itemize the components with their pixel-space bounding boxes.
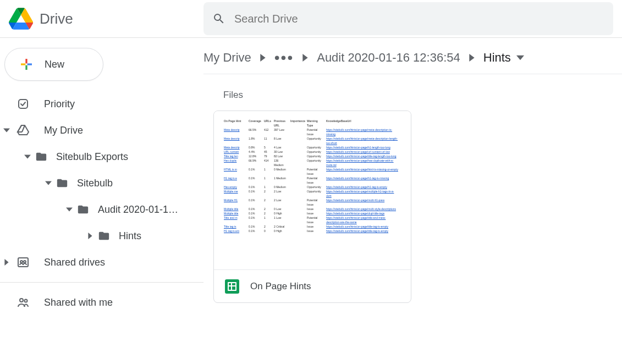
search-icon	[212, 12, 225, 25]
drive-logo-icon	[9, 7, 33, 31]
folder-icon	[34, 151, 48, 163]
tree-label: Sitebulb Exports	[56, 151, 128, 163]
chevron-right-icon	[301, 54, 309, 62]
svg-rect-2	[18, 258, 28, 267]
tree-label: Hints	[119, 230, 141, 242]
shared-drives-icon	[15, 255, 31, 270]
caret-right-icon[interactable]	[84, 233, 97, 239]
tree-item-hints[interactable]: Hints	[0, 223, 203, 249]
tree-item-sitebulb[interactable]: Sitebulb	[0, 170, 203, 196]
caret-down-icon[interactable]	[42, 180, 55, 186]
drive-icon	[15, 123, 31, 138]
svg-point-4	[24, 261, 26, 263]
sheets-icon	[225, 279, 239, 294]
svg-point-5	[20, 299, 23, 302]
new-button-label: New	[45, 59, 64, 70]
app-name-label: Drive	[40, 10, 73, 27]
caret-right-icon[interactable]	[0, 259, 13, 266]
logo-area: Drive	[9, 7, 203, 31]
tree-label: Audit 2020-01-1…	[98, 204, 178, 216]
sidebar-item-mydrive[interactable]: My Drive	[0, 117, 203, 144]
new-button[interactable]: New	[4, 48, 103, 81]
tree-label: Sitebulb	[77, 178, 113, 189]
search-input[interactable]	[234, 13, 604, 25]
svg-point-6	[25, 300, 27, 302]
caret-down-icon[interactable]	[63, 206, 76, 213]
breadcrumb-item-current[interactable]: Hints	[483, 51, 524, 65]
svg-rect-1	[19, 100, 27, 108]
search-bar[interactable]	[203, 2, 613, 35]
sidebar-item-shared-with-me[interactable]: Shared with me	[0, 289, 203, 316]
file-name-label: On Page Hints	[250, 281, 311, 292]
breadcrumb-item[interactable]: My Drive	[203, 51, 251, 65]
header: Drive	[0, 0, 622, 37]
file-footer: On Page Hints	[214, 269, 411, 302]
file-grid: On Page HintCoverageURLsPrevious URLImpo…	[203, 111, 622, 303]
chevron-right-icon	[468, 54, 476, 62]
chevron-right-icon	[259, 54, 267, 62]
breadcrumb-item[interactable]: Audit 2020-01-16 12:36:54	[317, 51, 460, 65]
folder-icon	[55, 177, 69, 189]
breadcrumb: My Drive ••• Audit 2020-01-16 12:36:54 H…	[203, 48, 622, 74]
file-card[interactable]: On Page HintCoverageURLsPrevious URLImpo…	[213, 111, 411, 303]
file-preview: On Page HintCoverageURLsPrevious URLImpo…	[214, 111, 411, 269]
shared-with-me-icon	[15, 295, 31, 310]
caret-down-icon[interactable]	[0, 127, 13, 134]
sidebar-item-priority[interactable]: Priority	[0, 91, 203, 117]
breadcrumb-overflow[interactable]: •••	[274, 54, 294, 62]
section-title-files: Files	[223, 90, 622, 101]
svg-point-3	[20, 261, 23, 263]
caret-down-icon	[516, 54, 524, 62]
sidebar-divider	[0, 282, 203, 283]
priority-icon	[15, 96, 31, 112]
priority-label: Priority	[44, 98, 75, 110]
shared-with-me-label: Shared with me	[44, 297, 113, 308]
folder-icon	[76, 203, 90, 216]
sidebar: New Priority My Drive	[0, 38, 203, 364]
folder-icon	[97, 230, 111, 242]
caret-down-icon[interactable]	[21, 153, 34, 160]
main-area: My Drive ••• Audit 2020-01-16 12:36:54 H…	[203, 38, 622, 364]
plus-icon	[18, 56, 35, 73]
sidebar-item-shared-drives[interactable]: Shared drives	[0, 249, 203, 275]
shared-drives-label: Shared drives	[44, 257, 105, 268]
breadcrumb-current-label: Hints	[483, 51, 511, 65]
tree-item-sitebulb-exports[interactable]: Sitebulb Exports	[0, 144, 203, 170]
tree-item-audit[interactable]: Audit 2020-01-1…	[0, 196, 203, 223]
mydrive-label: My Drive	[44, 125, 83, 136]
